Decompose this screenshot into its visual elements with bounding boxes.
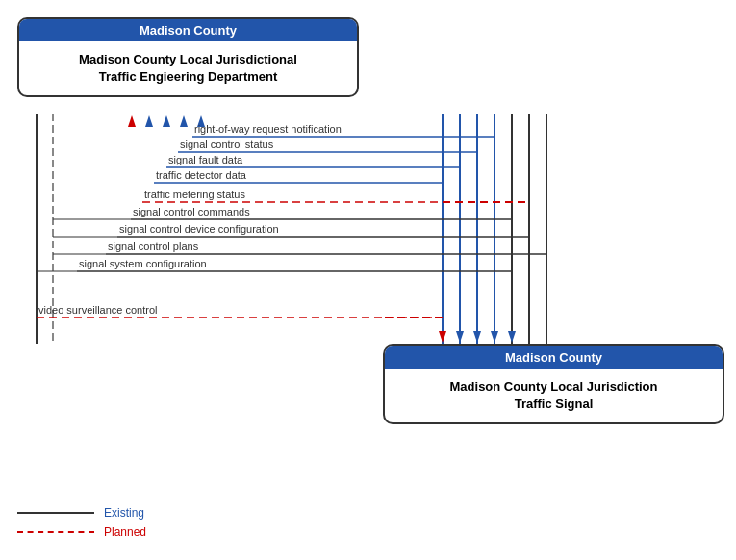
svg-marker-18 xyxy=(473,331,481,343)
legend-planned: Planned xyxy=(17,525,146,539)
bottom-node-header: Madison County xyxy=(385,346,723,369)
bottom-node: Madison County Madison County Local Juri… xyxy=(383,344,724,424)
svg-text:traffic detector data: traffic detector data xyxy=(156,169,247,181)
top-node-body: Madison County Local JurisdictionalTraff… xyxy=(19,41,357,95)
svg-text:signal control commands: signal control commands xyxy=(133,206,250,217)
svg-text:signal fault data: signal fault data xyxy=(168,154,243,165)
svg-text:traffic metering status: traffic metering status xyxy=(144,189,245,200)
svg-marker-20 xyxy=(508,331,516,343)
svg-marker-17 xyxy=(456,331,464,343)
diagram-container: Madison County Madison County Local Juri… xyxy=(0,0,736,560)
svg-text:signal control status: signal control status xyxy=(180,139,274,150)
svg-text:video surveillance control: video surveillance control xyxy=(38,304,158,316)
legend-planned-line xyxy=(17,531,94,533)
svg-marker-12 xyxy=(145,115,153,127)
legend-planned-label: Planned xyxy=(104,525,146,539)
svg-marker-15 xyxy=(197,115,205,127)
svg-marker-11 xyxy=(128,115,136,127)
svg-marker-13 xyxy=(163,115,170,127)
legend-existing-line xyxy=(17,512,94,514)
svg-text:right-of-way request notificat: right-of-way request notification xyxy=(194,123,342,135)
bottom-node-body: Madison County Local JurisdictionTraffic… xyxy=(385,369,723,422)
svg-text:signal system configuration: signal system configuration xyxy=(79,258,207,269)
top-node-header: Madison County xyxy=(19,19,357,41)
svg-text:signal control device configur: signal control device configuration xyxy=(119,223,279,235)
legend-existing-label: Existing xyxy=(104,506,144,520)
svg-marker-19 xyxy=(491,331,498,343)
svg-marker-14 xyxy=(180,115,188,127)
legend-existing: Existing xyxy=(17,506,146,520)
svg-marker-16 xyxy=(439,331,446,343)
legend: Existing Planned xyxy=(17,506,146,539)
svg-text:signal control plans: signal control plans xyxy=(108,241,199,252)
top-node: Madison County Madison County Local Juri… xyxy=(17,17,359,97)
